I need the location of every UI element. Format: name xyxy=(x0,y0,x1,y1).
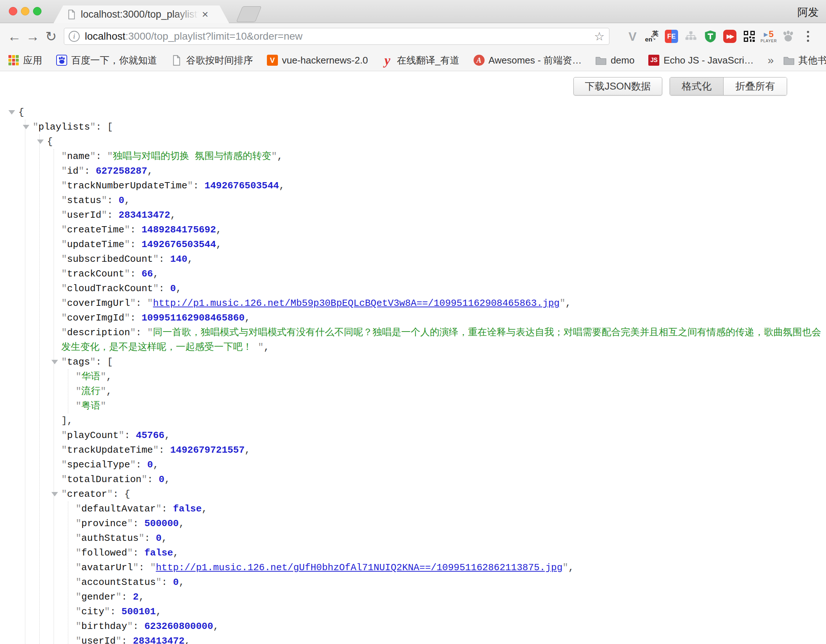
shield-icon[interactable] xyxy=(703,29,717,43)
json-number-value: 0 xyxy=(170,283,176,294)
vue-devtools-icon[interactable]: V xyxy=(626,29,640,43)
html5-player-icon[interactable]: ▶5PLAYER xyxy=(762,29,776,43)
collapse-arrow-icon[interactable] xyxy=(51,492,58,497)
json-line: "status": 0, xyxy=(61,193,823,208)
json-line: "playlists": [ xyxy=(33,120,823,134)
collapse-arrow-icon[interactable] xyxy=(23,125,30,129)
bookmark-item[interactable]: y在线翻译_有道 xyxy=(382,54,459,67)
json-line: "city": 500101, xyxy=(76,604,823,619)
format-button[interactable]: 格式化 xyxy=(670,78,724,95)
apps-grid-icon xyxy=(8,55,19,66)
address-bar[interactable]: i localhost:3000/top_playlist?limit=10&o… xyxy=(64,28,609,45)
browser-tab[interactable]: localhost:3000/top_playlist?lim × xyxy=(54,6,229,23)
translate-icon[interactable]: 英en⤡ xyxy=(645,29,659,43)
tab-title-fade xyxy=(173,9,199,20)
url-text: localhost:3000/top_playlist?limit=10&ord… xyxy=(85,31,303,42)
json-line: ], xyxy=(61,413,823,428)
bookmark-label: Awesomes - 前端资… xyxy=(489,54,582,67)
json-number-value: 1492676503544 xyxy=(205,180,279,191)
collapse-all-button[interactable]: 折叠所有 xyxy=(724,78,787,95)
video-download-icon[interactable]: ▶▶ xyxy=(723,29,737,43)
other-bookmarks-folder[interactable]: 其他书签 xyxy=(783,54,826,67)
bookmark-item[interactable]: 应用 xyxy=(8,54,42,67)
json-string-value: 流行 xyxy=(81,386,101,397)
json-number-value: 283413472 xyxy=(133,636,184,644)
json-line: "accountStatus": 0, xyxy=(76,575,823,590)
json-key: gender xyxy=(81,591,116,602)
json-key: userId xyxy=(81,636,116,644)
bookmark-item[interactable]: demo xyxy=(595,55,634,66)
new-tab-button[interactable] xyxy=(236,6,261,22)
sitemap-icon[interactable] xyxy=(684,29,698,43)
bookmark-label: vue-hackernews-2.0 xyxy=(282,55,368,66)
bookmark-item[interactable]: AAwesomes - 前端资… xyxy=(474,54,582,67)
json-key: trackNumberUpdateTime xyxy=(67,180,188,191)
bookmark-star-icon[interactable]: ☆ xyxy=(594,31,605,42)
json-key: avatarUrl xyxy=(81,562,133,573)
forward-button[interactable]: → xyxy=(23,30,42,43)
extensions-row: V英en⤡FE▶▶▶5PLAYER xyxy=(626,29,795,43)
json-key: name xyxy=(67,151,90,162)
bookmark-item[interactable]: JSEcho JS - JavaScri… xyxy=(648,55,754,66)
qrcode-icon[interactable] xyxy=(742,29,756,43)
json-bracket: { xyxy=(19,107,24,118)
json-number-value: 0 xyxy=(119,195,124,206)
collapse-arrow-icon[interactable] xyxy=(8,110,15,115)
json-line: "userId": 283413472, xyxy=(61,208,823,222)
json-link-value[interactable]: http://p1.music.126.net/Mb59p30BpEQLcBQe… xyxy=(153,298,560,309)
traffic-lights xyxy=(9,7,42,16)
collapse-arrow-icon[interactable] xyxy=(37,140,44,144)
json-line: "description": "同一首歌，独唱模式与对唱模式有没有什么不同呢？独… xyxy=(61,325,823,355)
close-window-button[interactable] xyxy=(9,7,17,16)
bookmark-label: 应用 xyxy=(23,54,42,67)
json-number-value: 0 xyxy=(173,577,179,588)
json-children: "defaultAvatar": false,"province": 50000… xyxy=(68,501,823,644)
json-key: trackCount xyxy=(67,268,124,279)
json-key: birthday xyxy=(81,621,127,632)
json-number-value: 140 xyxy=(170,254,187,265)
json-number-value: 1489284175692 xyxy=(141,224,216,235)
json-string-value: 华语 xyxy=(81,371,101,382)
site-info-icon[interactable]: i xyxy=(69,31,80,42)
close-tab-icon[interactable]: × xyxy=(202,9,208,20)
json-link-value[interactable]: http://p1.music.126.net/gUfH0bhzOfAl71NU… xyxy=(156,562,562,573)
back-button[interactable]: ← xyxy=(5,30,23,43)
minimize-window-button[interactable] xyxy=(21,7,30,16)
json-key: coverImgId xyxy=(67,312,124,323)
json-line: "authStatus": 0, xyxy=(76,531,823,546)
json-line: "cloudTrackCount": 0, xyxy=(61,281,823,296)
collapse-arrow-icon[interactable] xyxy=(51,360,58,364)
json-line: "id": 627258287, xyxy=(61,164,823,178)
bookmark-label: demo xyxy=(610,55,634,66)
json-bracket: { xyxy=(124,489,130,500)
json-bracket: { xyxy=(47,136,53,147)
json-number-value: false xyxy=(144,548,173,559)
fehelper-icon[interactable]: FE xyxy=(665,29,678,43)
bookmark-item[interactable]: 谷歌按时间排序 xyxy=(171,54,253,67)
zoom-window-button[interactable] xyxy=(33,7,42,16)
json-line: "playCount": 45766, xyxy=(61,428,823,443)
bookmark-item[interactable]: 百度一下，你就知道 xyxy=(56,54,157,67)
browser-menu-button[interactable] xyxy=(801,31,815,42)
reload-button[interactable]: ↻ xyxy=(42,30,60,43)
json-key: playlists xyxy=(39,121,90,133)
json-line: "specialType": 0, xyxy=(61,458,823,472)
json-line: "creator": { xyxy=(61,487,823,501)
bookmark-item[interactable]: Vvue-hackernews-2.0 xyxy=(267,55,368,66)
json-key: updateTime xyxy=(67,239,124,250)
json-key: specialType xyxy=(67,459,130,470)
json-key: authStatus xyxy=(81,533,139,544)
page-content: 下载JSON数据 格式化 折叠所有 {"playlists": [{"name"… xyxy=(0,71,826,644)
download-json-button[interactable]: 下载JSON数据 xyxy=(573,77,662,95)
other-bookmarks-label: 其他书签 xyxy=(798,54,826,67)
json-key: totalDuration xyxy=(67,474,142,485)
json-number-value: 1492679721557 xyxy=(170,445,244,456)
bookmarks-overflow-chevron[interactable]: » xyxy=(768,54,774,67)
json-line: "coverImgId": 109951162908465860, xyxy=(61,310,823,325)
json-key: province xyxy=(81,518,127,529)
bookmark-label: 谷歌按时间排序 xyxy=(186,54,253,67)
json-string-value: 独唱与对唱的切换 氛围与情感的转变 xyxy=(113,151,271,162)
json-key: creator xyxy=(67,489,107,500)
baidu-paw-icon xyxy=(56,55,67,66)
paw-icon[interactable] xyxy=(781,29,795,43)
